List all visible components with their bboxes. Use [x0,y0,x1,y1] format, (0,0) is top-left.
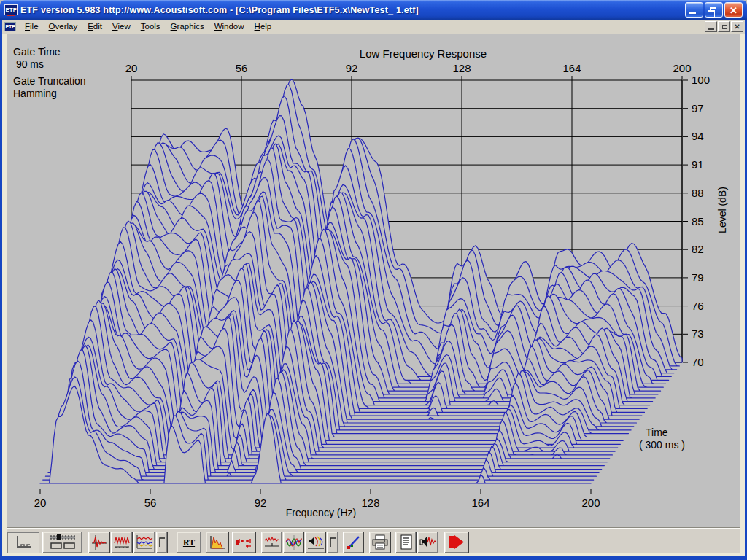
impulse-icon [90,534,108,551]
decay-icon [208,534,227,551]
menu-item-edit[interactable]: Edit [82,20,107,33]
gate-markers-button[interactable] [232,532,256,553]
corner-icon [328,534,338,551]
chart-title: Low Frequency Response [314,47,533,60]
etf-mdi-icon[interactable]: ETF [4,22,16,31]
waterfall-plot [0,0,747,560]
x-tick-bottom-200: 200 [575,497,607,509]
play-icon [446,534,467,551]
x-tick-bottom-20: 20 [24,497,56,509]
corner-icon [157,534,167,551]
menu-item-view[interactable]: View [107,20,136,33]
menu-item-help[interactable]: Help [249,20,277,33]
y-tick-91: 91 [692,158,721,171]
menu-item-overlay[interactable]: Overlay [44,20,83,33]
y-tick-76: 76 [692,300,721,312]
y-tick-100: 100 [692,74,721,86]
y-tick-85: 85 [692,215,721,228]
y-tick-73: 73 [692,327,721,340]
rt60-label: RT [183,537,195,548]
menu-item-graphics[interactable]: Graphics [166,20,209,33]
x-tick-top-20: 20 [115,62,147,74]
window-border-bottom [0,556,747,560]
axis-corner-1-button[interactable] [156,532,168,553]
x-tick-bottom-164: 164 [465,497,497,509]
menu-items: FileOverlayEditViewToolsGraphicsWindowHe… [20,20,276,33]
wave-icon [113,534,131,551]
panels-icon [48,534,77,551]
printer-icon [371,534,390,551]
measure-speaker-button[interactable] [417,532,438,553]
window-frame-left [2,34,7,556]
frequency-response-button[interactable] [111,532,133,553]
print-button[interactable] [369,532,391,553]
minimize-icon [689,12,696,14]
menu-bar: ETF FileOverlayEditViewToolsGraphicsWind… [2,20,745,34]
display-setup-button[interactable] [42,532,82,553]
mdi-restore-button[interactable] [718,21,730,32]
etf-logo-icon: ETF [4,4,18,15]
gate-icon [234,534,254,551]
speaker-impulse-icon [419,534,438,551]
rt60-button[interactable]: RT [177,532,201,553]
close-icon: ✕ [725,4,742,18]
x-tick-bottom-56: 56 [134,497,166,509]
overlay-curves-button[interactable] [133,532,155,553]
speaker-curves-icon [306,534,325,551]
x-tick-top-164: 164 [556,62,588,74]
toolbar: RT [7,529,740,556]
y-tick-70: 70 [692,356,721,368]
window-border-left [0,20,2,560]
y-tick-88: 88 [692,187,721,199]
y-axis-label: Level (dB) [716,166,729,254]
time-axis-label: Time [646,427,668,438]
impulse-response-button[interactable] [88,532,110,553]
close-icon: ✕ [734,23,740,31]
menu-item-file[interactable]: File [20,20,44,33]
multi-curve-icon [135,534,154,551]
minimize-button[interactable] [685,2,703,18]
mdi-close-button[interactable]: ✕ [731,21,743,32]
restore-icon [710,7,716,12]
speaker-response-button[interactable] [305,532,326,553]
y-tick-94: 94 [692,130,721,142]
menu-item-tools[interactable]: Tools [136,20,166,33]
x-tick-bottom-128: 128 [355,497,387,509]
sines-icon [285,534,303,551]
title-bar: ETF ETF version 5.983 http://www.Acousti… [0,0,747,20]
phase-response-button[interactable] [283,532,304,553]
report-button[interactable] [395,532,417,553]
document-icon [398,534,415,551]
minimize-icon [708,28,714,30]
waterfall-axes-button[interactable] [7,532,39,553]
axes-icon [12,534,34,551]
pen-icon [344,534,363,551]
rough-wave-icon [263,534,281,551]
axis-corner-2-button[interactable] [327,532,338,553]
start-measurement-button[interactable] [444,532,469,553]
y-tick-82: 82 [692,243,721,255]
restore-icon [722,25,727,29]
close-button[interactable]: ✕ [724,2,743,18]
gate-truncation-label: Gate Truncation [13,75,86,87]
x-tick-bottom-92: 92 [244,497,276,509]
annotate-pen-button[interactable] [343,532,364,553]
gate-time-label: Gate Time [13,46,61,58]
gate-truncation-value: Hamming [13,88,57,99]
noise-spectrum-button[interactable] [261,532,282,553]
x-tick-top-200: 200 [666,62,698,74]
mdi-minimize-button[interactable] [705,21,717,32]
y-tick-79: 79 [692,271,721,284]
restore-button[interactable] [705,2,723,18]
window-title: ETF version 5.983 http://www.Acoustisoft… [20,5,685,15]
time-axis-span: ( 300 ms ) [639,439,685,451]
x-tick-top-92: 92 [336,62,368,74]
y-tick-97: 97 [692,102,721,114]
menu-item-window[interactable]: Window [209,20,249,33]
energy-decay-button[interactable] [206,532,229,553]
toolbar-separator [2,527,745,529]
gate-time-value: 90 ms [13,58,44,70]
mdi-window-controls: ✕ [705,21,745,32]
x-tick-top-128: 128 [446,62,478,74]
x-tick-top-56: 56 [225,62,258,74]
